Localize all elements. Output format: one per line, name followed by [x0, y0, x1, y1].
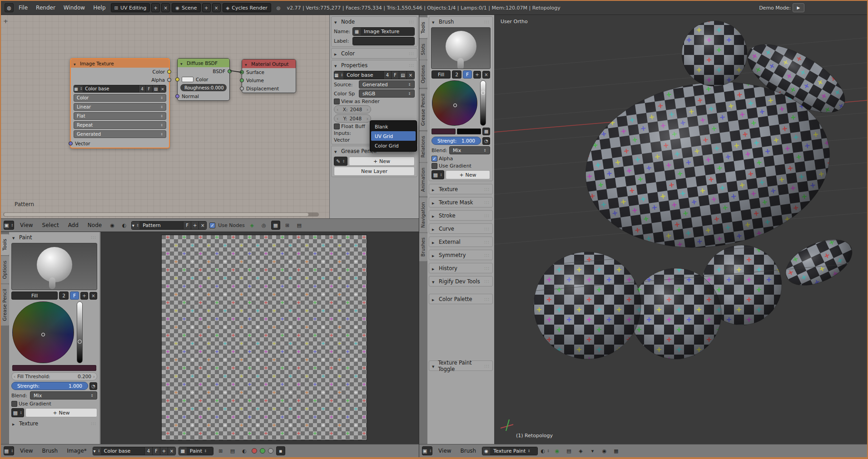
image-datablock-name[interactable]: Color base [101, 447, 144, 455]
brush-users-count[interactable]: 2 [452, 70, 461, 79]
menu-image[interactable]: Image* [64, 448, 90, 454]
unlink-image-button[interactable]: × [168, 447, 175, 455]
node-image-texture[interactable]: Image Texture Color Alpha ▦ Color base 4… [70, 58, 170, 148]
strength-slider[interactable]: Strength:1.000 [11, 382, 88, 390]
panel-header-texture-paint-toggle[interactable]: Texture Paint Toggle [429, 361, 492, 370]
unlink-brush-button[interactable]: × [89, 292, 97, 300]
panel-header-brush[interactable]: Brush [429, 17, 492, 26]
node-collapse-icon[interactable] [245, 61, 249, 67]
demo-play-button[interactable]: ▶ [793, 3, 804, 12]
add-brush-button[interactable]: + [473, 71, 481, 79]
source-select[interactable]: Generated [74, 130, 166, 138]
snap-icon[interactable]: ◈ [576, 446, 585, 455]
colorspace-select[interactable]: sRGB [359, 89, 415, 98]
source-select[interactable]: Generated [359, 80, 415, 89]
menu-node[interactable]: Node [84, 222, 105, 228]
tab-grease-pencil[interactable]: Grease Pencil [1, 284, 9, 326]
panel-header-history[interactable]: History [429, 263, 492, 273]
menu-file[interactable]: File [15, 5, 31, 11]
panel-header-external[interactable]: External [429, 237, 492, 247]
green-channel-icon[interactable] [260, 448, 265, 454]
alpha-channel-icon[interactable] [268, 448, 273, 454]
snap-target-icon[interactable]: ▾ [588, 446, 597, 455]
compositing-tree-icon[interactable]: ◐ [119, 221, 129, 230]
menu-item-color-grid[interactable]: Color Grid [371, 141, 416, 150]
pack-image-icon[interactable]: ▤ [152, 85, 159, 92]
tab-brushes[interactable]: Brushes [419, 233, 427, 261]
node-name-field[interactable]: Image Texture [361, 28, 414, 35]
view-as-render-checkbox[interactable] [334, 99, 340, 104]
image-datablock-name[interactable]: Color base [343, 71, 383, 79]
value-slider[interactable] [480, 80, 486, 126]
image-users-count[interactable]: 4 [383, 71, 391, 79]
roughness-slider[interactable]: Roughness:0.000 [180, 84, 227, 91]
menu-window[interactable]: Window [60, 5, 88, 11]
fake-user-button[interactable]: F [183, 222, 191, 229]
uv-image-canvas[interactable] [100, 232, 419, 444]
new-texture-button[interactable]: +New [25, 408, 97, 417]
material-datablock-name[interactable]: Pattern [139, 222, 183, 229]
fill-threshold-slider[interactable]: Fill Threshold:0.200 [11, 372, 97, 380]
image-datablock-name[interactable]: Color base [83, 85, 139, 92]
float-buffer-checkbox[interactable] [334, 123, 340, 129]
editor-type-node-icon[interactable]: ▣ [4, 221, 14, 230]
image-browse-icon[interactable]: ▾ [93, 447, 101, 455]
tab-tools[interactable]: Tools [1, 234, 9, 255]
viewport-3d[interactable]: User Ortho (1) Retopology [494, 15, 867, 444]
unlink-image-icon[interactable]: × [159, 85, 166, 92]
tab-relations[interactable]: Relations [419, 131, 427, 162]
value-slider-handle[interactable] [481, 91, 485, 95]
size-y-field[interactable]: Y:2048 [334, 114, 371, 123]
menu-brush[interactable]: Brush [39, 448, 61, 454]
panel-header-properties[interactable]: Properties [332, 60, 417, 70]
panel-header-color-palette[interactable]: Color Palette [429, 294, 492, 304]
render-engine-selector[interactable]: ◈ Cycles Render [223, 3, 271, 12]
blend-mode-select[interactable]: Mix [449, 146, 490, 154]
panel-header-symmetry[interactable]: Symmetry [429, 250, 492, 260]
tab-options[interactable]: Options [1, 256, 9, 284]
menu-view[interactable]: View [17, 222, 36, 228]
fake-user-button[interactable]: F [463, 70, 472, 79]
normal-input-socket[interactable] [175, 94, 179, 99]
brush-preview[interactable] [431, 27, 491, 69]
menu-view[interactable]: View [435, 448, 454, 454]
tab-navigation[interactable]: Navigation [419, 197, 427, 232]
node-collapse-icon[interactable] [74, 61, 78, 66]
swap-colors-icon[interactable]: ▩ [482, 128, 490, 135]
color-wheel-cursor[interactable] [41, 333, 45, 336]
shader-tree-icon[interactable]: ◉ [108, 221, 117, 230]
add-material-button[interactable]: + [191, 222, 198, 229]
del-workspace-button[interactable]: × [161, 3, 170, 12]
panel-header-node[interactable]: Node [332, 17, 417, 26]
strength-slider[interactable]: Strengt:1.000 [432, 137, 481, 145]
color-wheel-cursor[interactable] [453, 104, 457, 107]
tab-slots[interactable]: Slots [419, 39, 427, 60]
use-nodes-checkbox[interactable] [209, 222, 215, 228]
unlink-material-button[interactable]: × [198, 222, 206, 229]
draw-type-icon[interactable]: ▤ [228, 446, 237, 455]
unlink-brush-button[interactable]: × [482, 71, 490, 79]
panel-header-curve[interactable]: Curve [429, 224, 492, 233]
menu-item-blank[interactable]: Blank [371, 122, 416, 131]
brush-preview[interactable] [11, 243, 97, 290]
panel-header-rigify[interactable]: Rigify Dev Tools [429, 276, 492, 286]
blend-mode-select[interactable]: Mix [30, 391, 97, 400]
lock-icon[interactable]: ▪ [276, 446, 285, 455]
color-input-socket[interactable] [175, 78, 179, 82]
copy-nodes-icon[interactable]: ▤ [295, 221, 304, 230]
menu-view[interactable]: View [17, 448, 36, 454]
node-canvas[interactable]: + Image Texture Color Alpha ▦ Color base… [1, 15, 329, 220]
editor-type-3d-icon[interactable]: ▣ [422, 446, 432, 455]
add-image-button[interactable]: + [160, 447, 168, 455]
projection-select[interactable]: Flat [74, 112, 166, 120]
interaction-mode-select[interactable]: Texture Paint [490, 447, 537, 455]
node-collapse-icon[interactable] [180, 60, 185, 66]
node-label-field[interactable] [353, 37, 414, 45]
fake-user-button[interactable]: F [152, 447, 160, 455]
displacement-input-socket[interactable] [240, 87, 244, 91]
volume-input-socket[interactable] [240, 79, 244, 83]
color-wheel[interactable] [432, 80, 477, 126]
panel-header-paint[interactable]: Paint [10, 232, 99, 242]
pack-image-icon[interactable]: ▤ [399, 71, 407, 79]
menu-select[interactable]: Select [39, 222, 62, 228]
